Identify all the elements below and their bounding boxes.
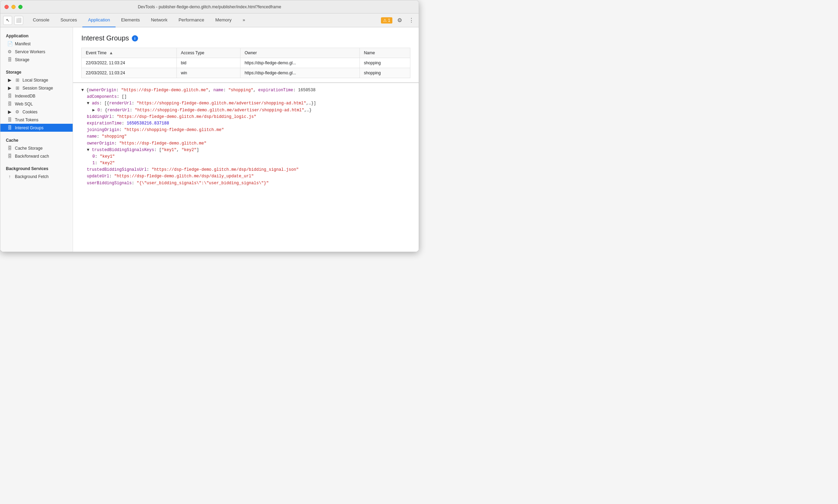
sidebar-item-indexeddb[interactable]: 🗄 IndexedDB <box>0 92 73 100</box>
cell-owner-2: https://dsp-fledge-demo.gl... <box>240 68 359 78</box>
detail-line: ▶ 0: {renderUrl: "https://shopping-fledg… <box>79 107 419 114</box>
tab-sources[interactable]: Sources <box>55 13 83 27</box>
warning-badge[interactable]: ⚠ 1 <box>381 17 392 24</box>
local-storage-expand-icon: ▶ <box>7 77 12 83</box>
detail-panel: ▼ {ownerOrigin: "https://dsp-fledge-demo… <box>73 83 419 252</box>
cursor-icon[interactable]: ↖ <box>3 16 12 25</box>
content-area: Interest Groups i Event Time ▲ Access Ty… <box>73 27 419 252</box>
table-row[interactable]: 22/03/2022, 11:03:24 win https://dsp-fle… <box>82 68 410 78</box>
sidebar-section-background: Background Services <box>0 163 73 172</box>
traffic-lights <box>4 5 22 9</box>
detail-line: expirationTime: 1650538216.837188 <box>79 120 419 127</box>
detail-line: userBiddingSignals: "{\"user_bidding_sig… <box>79 180 419 187</box>
tab-memory[interactable]: Memory <box>210 13 237 27</box>
manifest-icon: 📄 <box>7 41 12 46</box>
tab-bar: ↖ ⬜ Console Sources Application Elements… <box>0 13 419 27</box>
expand-icon[interactable]: ▼ <box>81 88 84 93</box>
expand-icon[interactable]: ▼ <box>87 101 89 106</box>
websql-icon: 🗄 <box>7 101 12 106</box>
cell-access-type-2: win <box>176 68 240 78</box>
cell-owner-1: https://dsp-fledge-demo.gl... <box>240 58 359 68</box>
interest-groups-panel: Interest Groups i Event Time ▲ Access Ty… <box>73 27 419 83</box>
sidebar-item-service-workers[interactable]: ⚙ Service Workers <box>0 48 73 56</box>
sidebar-item-trust-tokens[interactable]: 🗄 Trust Tokens <box>0 116 73 124</box>
sidebar-section-storage: Storage <box>0 66 73 76</box>
main-content: Application 📄 Manifest ⚙ Service Workers… <box>0 27 419 252</box>
tab-application[interactable]: Application <box>82 13 116 27</box>
ig-title: Interest Groups <box>81 34 129 42</box>
sidebar-section-application: Application <box>0 30 73 40</box>
cell-access-type-1: bid <box>176 58 240 68</box>
close-button[interactable] <box>4 5 9 9</box>
detail-line: updateUrl: "https://dsp-fledge-demo.glit… <box>79 173 419 180</box>
detail-line: joiningOrigin: "https://shopping-fledge-… <box>79 127 419 133</box>
interest-groups-icon: 🗄 <box>7 125 12 130</box>
cell-event-time-2: 22/03/2022, 11:03:24 <box>82 68 177 78</box>
detail-line: name: "shopping" <box>79 133 419 140</box>
background-fetch-icon: ↑ <box>7 174 12 179</box>
tab-console[interactable]: Console <box>27 13 55 27</box>
devtools-icons: ↖ ⬜ <box>3 16 23 25</box>
settings-icon[interactable]: ⚙ <box>395 16 404 25</box>
tab-network[interactable]: Network <box>145 13 173 27</box>
storage-icon: 🗄 <box>7 57 12 62</box>
minimize-button[interactable] <box>11 5 16 9</box>
indexeddb-icon: 🗄 <box>7 93 12 99</box>
col-event-time[interactable]: Event Time ▲ <box>82 48 177 58</box>
sort-arrow: ▲ <box>109 50 113 55</box>
col-name: Name <box>359 48 410 58</box>
cookies-expand-icon: ▶ <box>7 109 12 114</box>
col-owner: Owner <box>240 48 359 58</box>
ig-title-row: Interest Groups i <box>81 34 410 42</box>
sidebar-item-interest-groups[interactable]: 🗄 Interest Groups <box>0 124 73 132</box>
maximize-button[interactable] <box>18 5 22 9</box>
table-row[interactable]: 22/03/2022, 11:03:24 bid https://dsp-fle… <box>82 58 410 68</box>
sidebar-item-background-fetch[interactable]: ↑ Background Fetch <box>0 172 73 180</box>
expand-icon[interactable]: ▶ <box>92 108 95 113</box>
local-storage-icon: ⊞ <box>15 77 20 83</box>
detail-line: adComponents: [] <box>79 94 419 100</box>
cell-name-1: shopping <box>359 58 410 68</box>
service-workers-icon: ⚙ <box>7 49 12 54</box>
sidebar-item-websql[interactable]: 🗄 Web SQL <box>0 100 73 108</box>
detail-line: trustedBiddingSignalsUrl: "https://dsp-f… <box>79 167 419 173</box>
inspect-icon[interactable]: ⬜ <box>14 16 23 25</box>
detail-line: biddingUrl: "https://dsp-fledge-demo.gli… <box>79 114 419 120</box>
tab-elements[interactable]: Elements <box>116 13 145 27</box>
col-access-type: Access Type <box>176 48 240 58</box>
sidebar-item-bfcache[interactable]: 🗄 Back/forward cach <box>0 152 73 160</box>
cell-event-time-1: 22/03/2022, 11:03:24 <box>82 58 177 68</box>
more-options-icon[interactable]: ⋮ <box>407 16 416 25</box>
cache-storage-icon: 🗄 <box>7 146 12 151</box>
sidebar-item-cache-storage[interactable]: 🗄 Cache Storage <box>0 144 73 152</box>
sidebar-item-manifest[interactable]: 📄 Manifest <box>0 40 73 48</box>
tab-more[interactable]: » <box>237 13 251 27</box>
detail-line: 0: "key1" <box>79 153 419 160</box>
sidebar-section-cache: Cache <box>0 134 73 144</box>
sidebar-item-session-storage[interactable]: ▶ ⊞ Session Storage <box>0 84 73 92</box>
bfcache-icon: 🗄 <box>7 153 12 159</box>
sidebar-item-storage[interactable]: 🗄 Storage <box>0 56 73 64</box>
detail-line: ▼ ads: [{renderUrl: "https://shopping-fl… <box>79 100 419 107</box>
sidebar-item-cookies[interactable]: ▶ ⚙ Cookies <box>0 108 73 116</box>
detail-line: 1: "key2" <box>79 160 419 167</box>
detail-line: ▼ {ownerOrigin: "https://dsp-fledge-demo… <box>79 87 419 94</box>
sidebar-item-local-storage[interactable]: ▶ ⊞ Local Storage <box>0 76 73 84</box>
session-storage-icon: ⊞ <box>15 85 20 91</box>
session-storage-expand-icon: ▶ <box>7 85 12 91</box>
detail-line: ▼ trustedBiddingSignalsKeys: ["key1", "k… <box>79 147 419 153</box>
tab-performance[interactable]: Performance <box>173 13 210 27</box>
interest-groups-table: Event Time ▲ Access Type Owner Name 22/0… <box>81 48 410 78</box>
title-bar: DevTools - publisher-fledge-demo.glitch.… <box>0 0 419 13</box>
tab-bar-right: ⚠ 1 ⚙ ⋮ <box>381 16 416 25</box>
cell-name-2: shopping <box>359 68 410 78</box>
info-icon[interactable]: i <box>132 35 138 41</box>
cookies-icon: ⚙ <box>15 109 20 114</box>
window-title: DevTools - publisher-fledge-demo.glitch.… <box>138 4 281 9</box>
detail-line: ownerOrigin: "https://dsp-fledge-demo.gl… <box>79 140 419 147</box>
sidebar: Application 📄 Manifest ⚙ Service Workers… <box>0 27 73 252</box>
expand-icon[interactable]: ▼ <box>87 148 89 152</box>
trust-tokens-icon: 🗄 <box>7 117 12 122</box>
